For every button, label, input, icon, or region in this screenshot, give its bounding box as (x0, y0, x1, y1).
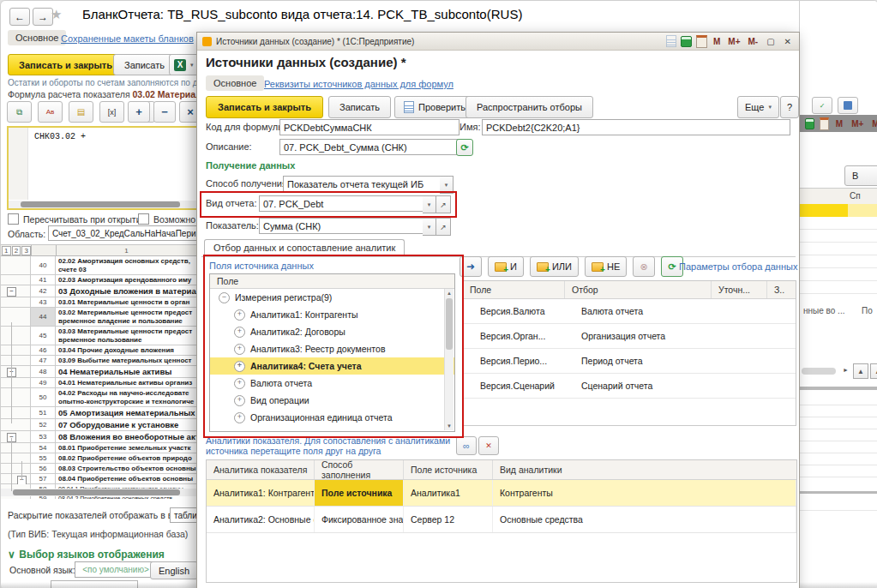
dialog-titlebar[interactable]: Источники данных (создание) * (1С:Предпр… (197, 33, 799, 51)
row-number[interactable]: 40 (31, 256, 56, 274)
row-number[interactable]: 50 (31, 388, 56, 406)
method-dropdown-button[interactable]: ▾ (440, 176, 454, 194)
table-row[interactable]: 4603.04 Прочие доходные вложения (1, 345, 196, 356)
calculator-icon[interactable] (805, 118, 814, 129)
analytics-cell[interactable]: Аналитика2: Основные ср... (207, 507, 315, 532)
formula-editor[interactable]: СНК03.02 + (7, 126, 198, 210)
col-filter[interactable]: Отбор (565, 281, 712, 298)
row-number[interactable]: 47 (31, 356, 56, 365)
clear-mapping-button[interactable]: ✕ (478, 436, 499, 455)
row-number[interactable]: 49 (31, 378, 56, 387)
table-row[interactable]: Версия.Орган...Организация отчета (463, 324, 796, 349)
save-close-button[interactable]: Записать и закрыть (8, 54, 123, 75)
tree-item[interactable]: +Аналитика1: Контрагенты (210, 306, 454, 323)
dialog-save-close-button[interactable]: Записать и закрыть (206, 96, 323, 118)
expand-icon[interactable]: + (234, 309, 245, 321)
brackets-button[interactable]: [x] (99, 101, 124, 123)
group-or-button[interactable]: ИЛИ (530, 256, 579, 277)
row-number[interactable]: 52 (31, 419, 56, 430)
fx-check-button[interactable]: ✓ (812, 97, 832, 114)
table-row[interactable]: 5207 Оборудование к установке (1, 419, 196, 431)
tab-main[interactable]: Основное (8, 30, 66, 45)
document-icon[interactable] (666, 35, 676, 47)
tree-item[interactable]: +Организационная единица отчета (210, 409, 454, 426)
analytics-cell[interactable]: Сервер 12 (404, 507, 493, 532)
table-row[interactable]: −5308 Вложения во внеоборотные акт (1, 431, 196, 443)
table-row[interactable]: −4804 Нематериальные активы (1, 366, 196, 378)
sliver-selected-row[interactable] (800, 204, 848, 217)
favorite-star-icon[interactable]: ★ (51, 7, 62, 22)
table-row[interactable]: 5105 Амортизация нематериальных (1, 407, 196, 419)
method-select[interactable]: Показатель отчета текущей ИБ (283, 176, 448, 192)
analytics-table[interactable]: Аналитика показателя Способ заполнения П… (206, 459, 797, 583)
table-row[interactable]: 4503.03 Материальные ценности предоствре… (1, 327, 196, 345)
memory-minus-button[interactable]: М- (746, 37, 760, 46)
col-analytics[interactable]: Аналитика показателя (207, 460, 315, 479)
row-number[interactable]: 53 (31, 431, 56, 442)
expand-icon[interactable]: + (234, 361, 245, 372)
spread-filters-button[interactable]: Распространить отборы (466, 96, 593, 118)
col-refine[interactable]: Уточн... (712, 281, 767, 298)
main-language-input[interactable]: <по умолчанию> (75, 561, 157, 578)
table-row[interactable]: 4002.02 Амортизация основных средств,сче… (1, 256, 196, 275)
analytics-cell[interactable]: Аналитика1 (404, 480, 493, 506)
sort-up-button[interactable]: ▲ (870, 363, 877, 379)
row-number[interactable]: 51 (31, 407, 56, 418)
report-kind-dropdown-button[interactable]: ▾ (423, 195, 436, 213)
save-layout-button[interactable] (838, 97, 858, 114)
sort-up-button[interactable]: ▲ (853, 363, 868, 379)
expand-icon[interactable]: + (234, 378, 245, 389)
report-kind-select[interactable]: 07. PCK_Debt (259, 195, 430, 212)
close-button[interactable]: ✕ (782, 37, 794, 46)
table-row[interactable]: −4203 Доходные вложения в материал (1, 285, 196, 297)
row-number[interactable]: 41 (31, 275, 56, 285)
scroll-right-icon[interactable]: ► (843, 367, 849, 373)
paste-button[interactable]: ▤ (69, 101, 93, 123)
refresh-description-button[interactable]: ⟳ (456, 139, 473, 156)
group-level-1-button[interactable]: 1 (2, 246, 11, 255)
indicator-select[interactable]: Сумма (СНК) (259, 218, 430, 234)
row-number[interactable]: 46 (31, 345, 56, 355)
scroll-up-icon[interactable]: ▲ (445, 289, 454, 297)
table-row[interactable]: 4904.01 Нематериальные активы организ (1, 378, 196, 388)
name-input[interactable]: PCKDebt2{C2K20;A1} (482, 119, 790, 135)
editor-hscrollbar[interactable] (9, 201, 196, 208)
table-row[interactable]: 5508.02 Приобретение объектов природо (1, 453, 196, 464)
language-section-toggle[interactable]: ∨ Выбор языков отображения (8, 546, 165, 561)
analytics-cell[interactable]: Контрагенты (493, 480, 796, 506)
group-and-button[interactable]: И (488, 256, 524, 277)
recalc-checkbox[interactable]: Пересчитывать при открытии (8, 213, 146, 225)
back-button[interactable]: ← (9, 8, 30, 26)
accounts-hscrollbar[interactable] (1, 489, 196, 496)
collapse-icon[interactable]: − (219, 292, 230, 303)
row-number[interactable]: 55 (31, 453, 56, 463)
table-row[interactable]: 4303.01 Материальные ценности в орган (1, 297, 196, 308)
analytics-cell[interactable]: Основные средства (493, 507, 796, 532)
tab-data-selection[interactable]: Отбор данных и сопоставление аналитик (204, 239, 405, 255)
tree-item[interactable]: +Аналитика3: Реестр документов (210, 340, 454, 357)
table-row[interactable]: 4703.09 Выбытие материальных ценност (1, 356, 196, 366)
table-row[interactable]: Версия.СценарийСценарий отчета (463, 374, 796, 399)
row-number[interactable]: 45 (31, 327, 56, 345)
code-input[interactable]: PCKDebtСуммаСНК (279, 119, 460, 135)
collapse-icon[interactable]: − (7, 287, 16, 297)
account-insert-button[interactable]: Ав (38, 101, 63, 123)
row-number[interactable]: 48 (31, 366, 56, 377)
tab-saved-layouts[interactable]: Сохраненные макеты бланков (61, 33, 194, 44)
row-number[interactable]: 43 (31, 297, 56, 307)
dialog-tab-main[interactable]: Основное (206, 75, 264, 91)
table-row[interactable]: 5408.01 Приобретение земельных участк (1, 443, 196, 453)
col-source-field[interactable]: Поле источника (404, 460, 493, 479)
help-button[interactable]: ? (780, 96, 799, 118)
col-z[interactable]: З.. (767, 281, 796, 298)
memory-button[interactable]: М (834, 119, 844, 129)
link-analytics-button[interactable]: ∞ (456, 436, 477, 455)
group-not-button[interactable]: НЕ (585, 256, 627, 277)
table-row[interactable]: −5708.04 Приобретение объектов основны (1, 474, 196, 484)
calculator-icon[interactable] (681, 36, 692, 47)
report-kind-open-button[interactable]: ↗ (436, 195, 451, 213)
calendar-icon[interactable] (696, 35, 707, 48)
memory-minus-button[interactable]: М- (870, 119, 877, 129)
region-input[interactable]: Счет_03_02_КредСальНаНачаПери (48, 225, 202, 241)
row-number[interactable]: 54 (31, 443, 56, 453)
